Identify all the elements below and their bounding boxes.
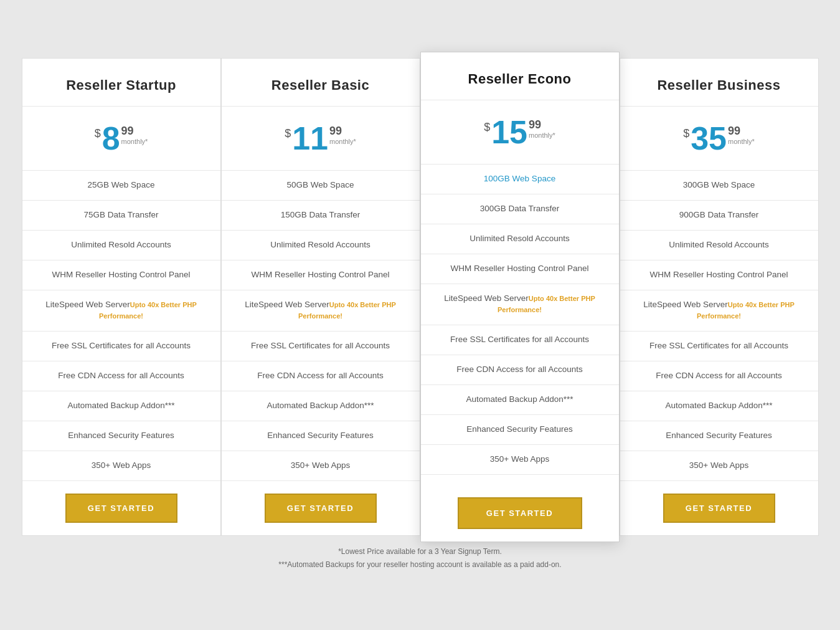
feature-row-basic-5: Free SSL Certificates for all Accounts — [222, 332, 420, 361]
feature-row-startup-0: 25GB Web Space — [22, 171, 220, 201]
get-started-btn-econo[interactable]: GET STARTED — [458, 497, 582, 529]
price-cents-basic: 99 — [329, 125, 342, 138]
price-main-business: 35 — [691, 122, 727, 155]
price-cents-monthly-basic: 99 monthly* — [329, 125, 356, 145]
feature-row-startup-3: WHM Reseller Hosting Control Panel — [22, 260, 220, 290]
feature-row-basic-9: 350+ Web Apps — [222, 451, 420, 481]
feature-row-startup-7: Automated Backup Addon*** — [22, 391, 220, 421]
price-dollar-startup: $ — [95, 127, 101, 140]
feature-row-business-0: 300GB Web Space — [620, 171, 818, 201]
price-cents-monthly-econo: 99 monthly* — [529, 118, 555, 139]
feature-row-business-6: Free CDN Access for all Accounts — [620, 361, 818, 391]
feature-row-business-5: Free SSL Certificates for all Accounts — [620, 332, 818, 361]
footnote-line1: *Lowest Price available for a 3 Year Sig… — [22, 545, 819, 559]
feature-row-basic-6: Free CDN Access for all Accounts — [222, 361, 420, 391]
plan-econo: Reseller Econo $ 15 99 monthly* 100GB We… — [420, 52, 620, 542]
feature-row-business-4: LiteSpeed Web ServerUpto 40x Better PHP … — [620, 290, 818, 332]
feature-row-econo-5: Free SSL Certificates for all Accounts — [421, 325, 619, 355]
get-started-btn-basic[interactable]: GET STARTED — [265, 494, 377, 523]
btn-section-business: GET STARTED — [620, 481, 818, 535]
price-main-econo: 15 — [491, 116, 527, 148]
feature-row-econo-9: 350+ Web Apps — [421, 445, 619, 475]
btn-section-startup: GET STARTED — [22, 481, 220, 535]
price-display-startup: $ 8 99 monthly* — [35, 122, 208, 155]
plan-startup: Reseller Startup $ 8 99 monthly* 25GB We… — [22, 58, 221, 536]
feature-row-startup-2: Unlimited Resold Accounts — [22, 231, 220, 260]
feature-row-basic-8: Enhanced Security Features — [222, 421, 420, 451]
feature-row-startup-4: LiteSpeed Web ServerUpto 40x Better PHP … — [22, 290, 220, 332]
feature-row-econo-4: LiteSpeed Web ServerUpto 40x Better PHP … — [421, 284, 619, 326]
footnote-line2: ***Automated Backups for your reseller h… — [22, 558, 819, 572]
feature-row-basic-0: 50GB Web Space — [222, 171, 420, 201]
feature-row-startup-5: Free SSL Certificates for all Accounts — [22, 332, 220, 361]
get-started-btn-startup[interactable]: GET STARTED — [65, 494, 177, 523]
price-display-basic: $ 11 99 monthly* — [234, 122, 407, 155]
plan-name-business: Reseller Business — [633, 77, 806, 93]
feature-row-econo-1: 300GB Data Transfer — [421, 194, 619, 224]
price-cents-monthly-startup: 99 monthly* — [121, 125, 148, 145]
btn-section-econo: GET STARTED — [421, 485, 619, 542]
feature-row-business-8: Enhanced Security Features — [620, 421, 818, 451]
feature-row-basic-3: WHM Reseller Hosting Control Panel — [222, 260, 420, 290]
price-display-business: $ 35 99 monthly* — [633, 122, 806, 155]
feature-row-startup-9: 350+ Web Apps — [22, 451, 220, 481]
price-main-startup: 8 — [102, 122, 120, 155]
feature-row-econo-3: WHM Reseller Hosting Control Panel — [421, 254, 619, 284]
feature-row-econo-0: 100GB Web Space — [421, 165, 619, 194]
price-dollar-business: $ — [683, 127, 689, 140]
feature-row-startup-1: 75GB Data Transfer — [22, 201, 220, 231]
feature-row-startup-6: Free CDN Access for all Accounts — [22, 361, 220, 391]
feature-row-econo-7: Automated Backup Addon*** — [421, 385, 619, 415]
plan-name-startup: Reseller Startup — [35, 77, 208, 93]
plan-business: Reseller Business $ 35 99 monthly* 300GB… — [620, 58, 819, 536]
price-display-econo: $ 15 99 monthly* — [433, 116, 606, 148]
footnotes: *Lowest Price available for a 3 Year Sig… — [22, 545, 819, 572]
price-monthly-basic: monthly* — [329, 138, 356, 145]
get-started-btn-business[interactable]: GET STARTED — [663, 494, 775, 523]
feature-row-econo-2: Unlimited Resold Accounts — [421, 224, 619, 254]
price-dollar-basic: $ — [285, 127, 291, 140]
plan-header-business: Reseller Business — [620, 59, 818, 107]
price-monthly-business: monthly* — [728, 138, 755, 145]
feature-row-business-9: 350+ Web Apps — [620, 451, 818, 481]
plan-name-basic: Reseller Basic — [234, 77, 407, 93]
features-list-basic: 50GB Web Space150GB Data TransferUnlimit… — [222, 171, 420, 481]
plan-header-econo: Reseller Econo — [421, 52, 619, 100]
feature-row-econo-6: Free CDN Access for all Accounts — [421, 355, 619, 385]
price-monthly-econo: monthly* — [529, 131, 555, 139]
feature-row-business-3: WHM Reseller Hosting Control Panel — [620, 260, 818, 290]
price-section-econo: $ 15 99 monthly* — [421, 100, 619, 165]
price-cents-econo: 99 — [529, 118, 541, 131]
plan-name-econo: Reseller Econo — [433, 71, 606, 87]
features-list-econo: 100GB Web Space300GB Data TransferUnlimi… — [421, 165, 619, 485]
plans-container: Reseller Startup $ 8 99 monthly* 25GB We… — [22, 58, 819, 536]
features-list-business: 300GB Web Space900GB Data TransferUnlimi… — [620, 171, 818, 481]
feature-row-business-7: Automated Backup Addon*** — [620, 391, 818, 421]
feature-row-basic-7: Automated Backup Addon*** — [222, 391, 420, 421]
feature-row-business-2: Unlimited Resold Accounts — [620, 231, 818, 260]
price-main-basic: 11 — [292, 122, 328, 155]
feature-row-basic-4: LiteSpeed Web ServerUpto 40x Better PHP … — [222, 290, 420, 332]
price-section-business: $ 35 99 monthly* — [620, 107, 818, 171]
price-section-startup: $ 8 99 monthly* — [22, 107, 220, 171]
price-cents-business: 99 — [728, 125, 740, 138]
price-cents-startup: 99 — [121, 125, 134, 138]
feature-row-econo-8: Enhanced Security Features — [421, 415, 619, 445]
feature-row-startup-8: Enhanced Security Features — [22, 421, 220, 451]
feature-row-business-1: 900GB Data Transfer — [620, 201, 818, 231]
feature-row-basic-2: Unlimited Resold Accounts — [222, 231, 420, 260]
price-dollar-econo: $ — [484, 121, 490, 134]
plan-basic: Reseller Basic $ 11 99 monthly* 50GB Web… — [221, 58, 420, 536]
price-section-basic: $ 11 99 monthly* — [222, 107, 420, 171]
feature-row-basic-1: 150GB Data Transfer — [222, 201, 420, 231]
btn-section-basic: GET STARTED — [222, 481, 420, 535]
plan-header-startup: Reseller Startup — [22, 59, 220, 107]
pricing-wrapper: Reseller Startup $ 8 99 monthly* 25GB We… — [22, 58, 819, 572]
price-cents-monthly-business: 99 monthly* — [728, 125, 755, 145]
features-list-startup: 25GB Web Space75GB Data TransferUnlimite… — [22, 171, 220, 481]
price-monthly-startup: monthly* — [121, 138, 148, 145]
plan-header-basic: Reseller Basic — [222, 59, 420, 107]
